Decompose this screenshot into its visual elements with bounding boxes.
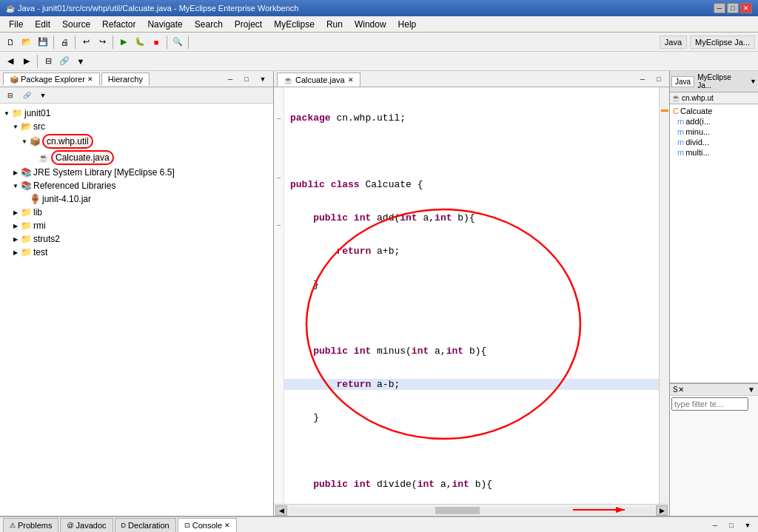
tab-problems[interactable]: ⚠ Problems (3, 518, 58, 532)
maximize-button[interactable]: □ (727, 3, 739, 13)
tree-item-test[interactable]: ▶ 📁 test (0, 246, 273, 259)
tab-calcuate[interactable]: ☕ Calcuate.java ✕ (277, 73, 360, 87)
tree-item-cnwhputil[interactable]: ▼ 📦 cn.whp.util (0, 133, 273, 149)
outline-item-3[interactable]: m divid... (671, 137, 757, 147)
tab-package-explorer[interactable]: 📦 Package Explorer ✕ (3, 73, 100, 85)
menu-refactor[interactable]: Refactor (96, 18, 141, 31)
test-icon: 📁 (20, 246, 32, 258)
minimize-editor-btn[interactable]: ─ (635, 72, 650, 87)
scroll-right-btn[interactable]: ▶ (656, 505, 668, 516)
menu-myeclipse[interactable]: MyEclipse (268, 18, 321, 31)
new-button[interactable]: 🗋 (3, 35, 18, 50)
outline-label-3: divid... (685, 138, 709, 147)
editor-scrollbar[interactable] (659, 87, 669, 504)
type-filter-input[interactable] (671, 397, 748, 411)
run-button[interactable]: ▶ (116, 35, 131, 50)
gutter-4 (274, 126, 284, 138)
maximize-bottom-btn[interactable]: □ (724, 518, 739, 533)
tree-item-reflib[interactable]: ▼ 📚 Referenced Libraries (0, 179, 273, 192)
myeclipse-perspective[interactable]: MyEclipse Ja... (690, 36, 755, 49)
minimize-panel-btn[interactable]: ─ (223, 72, 238, 87)
bottom-menu-btn[interactable]: ▼ (740, 518, 755, 533)
tab-declaration[interactable]: D Declaration (115, 518, 176, 532)
menu-project[interactable]: Project (229, 18, 268, 31)
close-explorer-tab[interactable]: ✕ (87, 75, 93, 83)
tree-item-jre[interactable]: ▶ 📚 JRE System Library [MyEclipse 6.5] (0, 166, 273, 179)
close-button[interactable]: ✕ (740, 3, 752, 13)
debug-button[interactable]: 🐛 (133, 35, 147, 50)
menu-source[interactable]: Source (56, 18, 96, 31)
tree-label-lib: lib (33, 207, 42, 218)
outline-item-2[interactable]: m minu... (671, 127, 757, 137)
rmi-icon: 📁 (20, 220, 32, 232)
tree-item-lib[interactable]: ▶ 📁 lib (0, 206, 273, 219)
stop-button[interactable]: ■ (149, 35, 164, 50)
code-line-1: package cn.whp.util; (290, 112, 653, 124)
tab-java-right[interactable]: Java (671, 76, 694, 87)
menu-search[interactable]: Search (189, 18, 229, 31)
package-icon-cnwhp: 📦 (29, 135, 41, 147)
menu-file[interactable]: File (3, 18, 29, 31)
left-panel: 📦 Package Explorer ✕ Hierarchy ─ □ ▼ ⊟ 🔗… (0, 71, 274, 516)
tree-item-junit-jar[interactable]: ▶ 🏺 junit-4.10.jar (0, 192, 273, 206)
tree-item-src[interactable]: ▼ 📂 src (0, 120, 273, 133)
bottom-tabs: ⚠ Problems @ Javadoc D Declaration ⊡ Con… (0, 517, 758, 532)
minimize-bottom-btn[interactable]: ─ (708, 518, 722, 533)
search-button[interactable]: 🔍 (170, 35, 185, 50)
java-perspective[interactable]: Java (660, 36, 687, 49)
close-console-tab[interactable]: ✕ (224, 522, 230, 529)
gutter-3-collapse[interactable]: − (274, 114, 284, 126)
gutter-12-collapse[interactable]: − (274, 220, 284, 232)
tab-hierarchy[interactable]: Hierarchy (101, 73, 150, 85)
maximize-panel-btn[interactable]: □ (239, 72, 254, 87)
outline-item-4[interactable]: m multi... (671, 147, 757, 158)
forward-button[interactable]: ▶ (19, 54, 34, 69)
scrollbar-thumb[interactable] (435, 507, 480, 514)
save-button[interactable]: 💾 (36, 35, 50, 50)
maximize-editor-btn[interactable]: □ (651, 72, 666, 87)
code-line-7 (290, 312, 653, 323)
tree-menu-btn[interactable]: ▼ (36, 88, 50, 103)
print-button[interactable]: 🖨 (57, 35, 72, 50)
collapse-all[interactable]: ⊟ (41, 54, 56, 69)
menu-edit[interactable]: Edit (29, 18, 56, 31)
scrollbar-track[interactable] (289, 507, 654, 514)
collapse-all-btn[interactable]: ⊟ (3, 88, 18, 103)
close-editor-tab[interactable]: ✕ (348, 76, 354, 84)
back-button[interactable]: ◀ (3, 54, 18, 69)
view-menu-panel-btn[interactable]: ▼ (255, 72, 270, 87)
struts2-icon: 📁 (20, 233, 32, 245)
tab-javadoc[interactable]: @ Javadoc (60, 518, 113, 532)
gutter-8-collapse[interactable]: − (274, 173, 284, 185)
tab-myeclipse-right[interactable]: MyEclipse Ja... (694, 73, 750, 90)
tab-console[interactable]: ⊡ Console ✕ (178, 518, 237, 532)
outline-item-0[interactable]: C Calcuate (671, 106, 757, 116)
menu-help[interactable]: Help (392, 18, 423, 31)
redo-button[interactable]: ↪ (95, 35, 110, 50)
menu-run[interactable]: Run (321, 18, 349, 31)
right-bottom-menu[interactable]: ▼ (748, 385, 755, 394)
menu-window[interactable]: Window (349, 18, 392, 31)
type-filter-container (670, 396, 758, 412)
outline-item-1[interactable]: m add(i... (671, 116, 757, 127)
link-with-editor[interactable]: 🔗 (19, 88, 34, 103)
tree-item-junit01[interactable]: ▼ 📁 junit01 (0, 107, 273, 120)
tree-item-rmi[interactable]: ▶ 📁 rmi (0, 219, 273, 232)
link-btn[interactable]: 🔗 (57, 54, 72, 69)
undo-button[interactable]: ↩ (78, 35, 93, 50)
horizontal-scrollbar[interactable]: ◀ ▶ (274, 504, 669, 516)
open-button[interactable]: 📂 (19, 35, 34, 50)
code-editor[interactable]: package cn.whp.util; public class Calcua… (284, 87, 659, 504)
sep2 (75, 36, 76, 49)
minimize-button[interactable]: ─ (714, 3, 725, 13)
tree-item-struts2[interactable]: ▶ 📁 struts2 (0, 232, 273, 246)
scroll-left-btn[interactable]: ◀ (275, 505, 287, 516)
menu-navigate[interactable]: Navigate (141, 18, 188, 31)
lib-icon: 📁 (20, 206, 32, 218)
perspective-buttons: Java MyEclipse Ja... (660, 36, 755, 49)
tree-item-calcuate[interactable]: ▶ ☕ Calcuate.java (0, 149, 273, 166)
right-bottom-toolbar: S✕ ▼ (670, 384, 758, 396)
right-panel-menu[interactable]: ▼ (750, 78, 757, 85)
view-menu-btn[interactable]: ▼ (73, 54, 88, 69)
left-panel-tabs: 📦 Package Explorer ✕ Hierarchy ─ □ ▼ (0, 71, 273, 87)
